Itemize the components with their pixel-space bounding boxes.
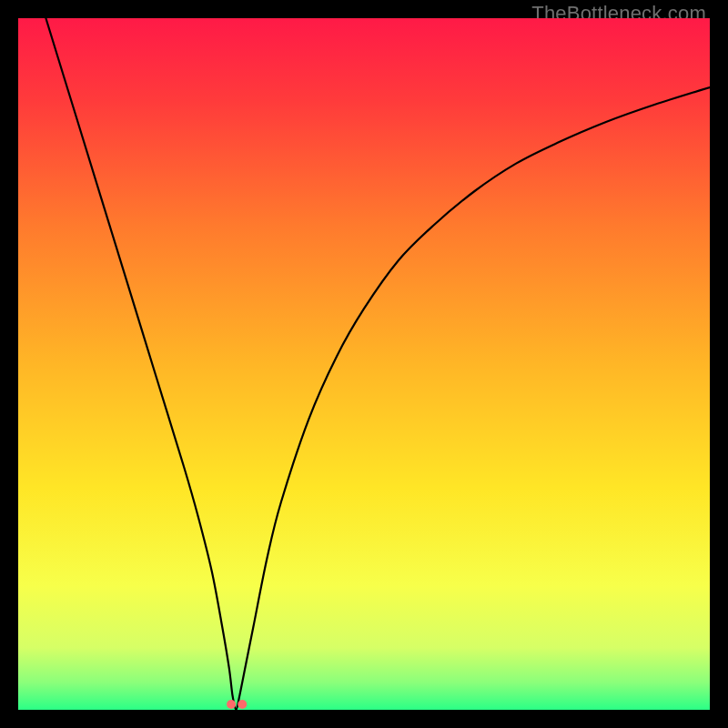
minimum-marker-left: [227, 700, 236, 709]
bottleneck-chart: [18, 18, 710, 710]
minimum-marker-right: [238, 700, 247, 709]
chart-frame: [18, 18, 710, 710]
